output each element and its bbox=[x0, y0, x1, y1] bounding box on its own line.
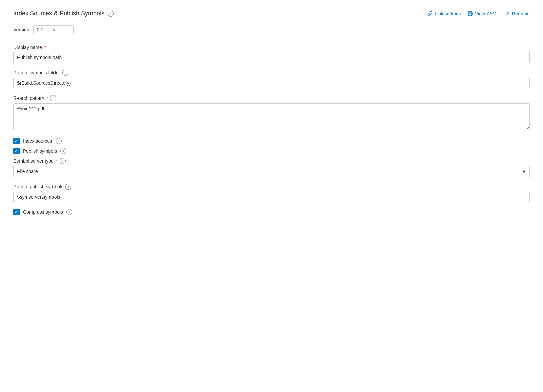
path-to-symbols-group: Path to symbols folder i bbox=[13, 70, 530, 88]
link-settings-button[interactable]: Link settings bbox=[427, 11, 461, 16]
symbol-server-type-group: Symbol server type * i File share ∨ bbox=[13, 158, 530, 177]
path-to-symbols-input[interactable] bbox=[13, 78, 530, 88]
symbol-server-type-chevron-icon: ∨ bbox=[522, 169, 526, 174]
publish-symbols-info-icon[interactable]: i bbox=[60, 148, 66, 154]
version-value: 2.* bbox=[37, 27, 43, 32]
remove-button[interactable]: ✕ Remove bbox=[506, 10, 530, 17]
path-to-publish-input[interactable] bbox=[13, 192, 530, 202]
compress-symbols-checkbox[interactable]: ✓ Compress symbols bbox=[13, 209, 63, 215]
page-header: Index Sources & Publish Symbols i Link s… bbox=[13, 10, 530, 17]
search-pattern-group: Search pattern * i **/bin/**/*.pdb bbox=[13, 95, 530, 131]
title-info-icon[interactable]: i bbox=[108, 11, 114, 17]
index-sources-checkbox[interactable]: ✓ Index sources bbox=[13, 138, 52, 144]
remove-label: Remove bbox=[512, 11, 530, 16]
search-pattern-label: Search pattern * i bbox=[13, 95, 530, 101]
symbol-server-type-info-icon[interactable]: i bbox=[60, 158, 66, 164]
symbol-server-type-label: Symbol server type * i bbox=[13, 158, 530, 164]
index-sources-check-icon: ✓ bbox=[15, 139, 18, 143]
index-sources-label: Index sources bbox=[23, 138, 52, 144]
search-pattern-required: * bbox=[46, 95, 48, 101]
publish-symbols-check-icon: ✓ bbox=[15, 149, 18, 153]
index-sources-info-icon[interactable]: i bbox=[56, 138, 62, 144]
header-left: Index Sources & Publish Symbols i bbox=[13, 10, 114, 17]
display-name-group: Display name * bbox=[13, 45, 530, 63]
display-name-required: * bbox=[44, 45, 46, 50]
symbol-server-type-dropdown[interactable]: File share ∨ bbox=[13, 166, 530, 177]
path-to-publish-label: Path to publish symbols i bbox=[13, 184, 530, 190]
publish-symbols-checkbox[interactable]: ✓ Publish symbols bbox=[13, 148, 57, 154]
compress-symbols-checkbox-box: ✓ bbox=[13, 209, 20, 215]
display-name-input[interactable] bbox=[13, 52, 530, 63]
version-dropdown[interactable]: 2.* ∨ bbox=[33, 25, 74, 34]
publish-symbols-label: Publish symbols bbox=[23, 148, 57, 154]
compress-symbols-check-icon: ✓ bbox=[15, 210, 18, 214]
index-sources-row: ✓ Index sources i bbox=[13, 138, 530, 144]
page-title: Index Sources & Publish Symbols bbox=[13, 10, 104, 17]
display-name-label: Display name * bbox=[13, 45, 530, 50]
version-label: Version bbox=[13, 27, 29, 32]
version-row: Version 2.* ∨ bbox=[13, 25, 530, 34]
search-pattern-info-icon[interactable]: i bbox=[50, 95, 56, 101]
remove-icon: ✕ bbox=[506, 10, 510, 17]
symbol-server-type-value: File share bbox=[17, 169, 38, 174]
publish-symbols-row: ✓ Publish symbols i bbox=[13, 148, 530, 154]
chevron-down-icon: ∨ bbox=[53, 27, 56, 32]
symbol-server-type-required: * bbox=[56, 158, 58, 164]
compress-symbols-label: Compress symbols bbox=[23, 209, 63, 215]
path-to-publish-info-icon[interactable]: i bbox=[65, 184, 71, 190]
view-yaml-button[interactable]: View YAML bbox=[468, 11, 499, 16]
path-to-publish-group: Path to publish symbols i bbox=[13, 184, 530, 202]
path-to-symbols-info-icon[interactable]: i bbox=[62, 70, 68, 76]
index-sources-checkbox-box: ✓ bbox=[13, 138, 20, 144]
publish-symbols-checkbox-box: ✓ bbox=[13, 148, 20, 154]
yaml-icon bbox=[468, 11, 473, 16]
search-pattern-input[interactable]: **/bin/**/*.pdb bbox=[13, 103, 530, 130]
link-icon bbox=[427, 11, 433, 16]
view-yaml-label: View YAML bbox=[475, 11, 499, 16]
header-actions: Link settings View YAML ✕ Remove bbox=[427, 10, 530, 17]
compress-symbols-info-icon[interactable]: i bbox=[66, 209, 72, 215]
compress-symbols-row: ✓ Compress symbols i bbox=[13, 209, 530, 215]
path-to-symbols-label: Path to symbols folder i bbox=[13, 70, 530, 76]
link-settings-label: Link settings bbox=[435, 11, 461, 16]
